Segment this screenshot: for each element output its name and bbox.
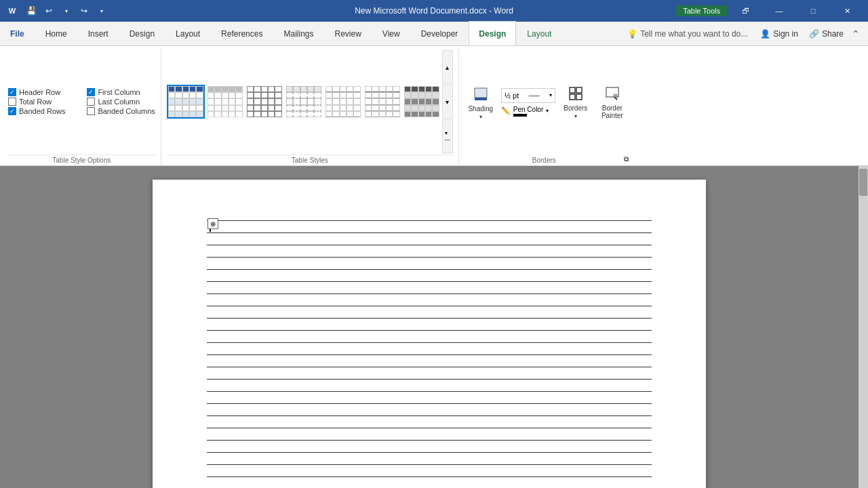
pen-color-label-area: Pen Color xyxy=(513,106,543,117)
border-painter-button[interactable]: BorderPainter xyxy=(596,83,629,121)
tab-references[interactable]: References xyxy=(211,21,273,45)
table-tools-badge: Table Tools xyxy=(676,5,727,16)
gallery-scroll-up[interactable]: ▴ xyxy=(442,50,453,84)
table-cell[interactable] xyxy=(207,441,652,453)
tell-me-box[interactable]: 💡 Tell me what you want to do... xyxy=(620,26,755,42)
close-button[interactable]: ✕ xyxy=(831,0,863,22)
table-cell[interactable] xyxy=(207,258,652,270)
gallery-more-button[interactable]: ▾— xyxy=(442,119,453,153)
table-row xyxy=(207,294,652,306)
undo-dropdown-button[interactable]: ▾ xyxy=(58,3,75,19)
table-row xyxy=(207,245,652,258)
tab-review[interactable]: Review xyxy=(324,21,371,45)
save-qat-button[interactable]: 💾 xyxy=(23,3,39,19)
table-style-1[interactable] xyxy=(167,85,205,119)
sign-in-button[interactable]: 👤 Sign in xyxy=(755,26,804,41)
tab-developer[interactable]: Developer xyxy=(411,21,469,45)
vertical-scrollbar[interactable] xyxy=(859,166,868,488)
table-cell[interactable] xyxy=(207,416,652,428)
tab-layout[interactable]: Layout xyxy=(165,21,210,45)
table-cell[interactable] xyxy=(207,306,652,319)
tab-insert[interactable]: Insert xyxy=(78,21,119,45)
table-cell[interactable] xyxy=(207,319,652,331)
table-cell[interactable] xyxy=(207,282,652,294)
customize-qat-button[interactable]: ▾ xyxy=(94,3,110,19)
table-style-2[interactable] xyxy=(206,85,244,119)
restore-window-button[interactable]: 🗗 xyxy=(730,0,761,22)
header-row-label: Header Row xyxy=(19,88,60,96)
document-container[interactable]: ⊕ xyxy=(0,166,859,488)
table-cell[interactable] xyxy=(207,331,652,343)
ribbon: File Home Insert Design Layout Reference… xyxy=(0,22,868,166)
table-cell[interactable] xyxy=(207,465,652,477)
table-style-7[interactable] xyxy=(403,85,441,119)
banded-columns-checkbox[interactable] xyxy=(87,107,95,115)
table-style-4[interactable] xyxy=(285,85,323,119)
header-row-option[interactable]: Header Row xyxy=(8,88,76,96)
document-table[interactable] xyxy=(207,220,652,488)
table-move-handle[interactable]: ⊕ xyxy=(208,218,218,229)
table-row xyxy=(207,404,652,416)
table-style-6[interactable] xyxy=(363,85,401,119)
table-cell[interactable] xyxy=(207,453,652,465)
table-cell[interactable] xyxy=(207,428,652,441)
table-cell[interactable] xyxy=(207,404,652,416)
minimize-button[interactable]: — xyxy=(764,0,795,22)
table-style-5[interactable] xyxy=(324,85,362,119)
share-icon: 🔗 xyxy=(809,29,819,39)
last-column-checkbox[interactable] xyxy=(87,98,95,106)
border-width-value: ½ pt xyxy=(505,92,519,100)
table-cell[interactable] xyxy=(207,392,652,404)
shading-button[interactable]: Shading ▾ xyxy=(465,82,497,123)
table-row xyxy=(207,441,652,453)
tab-file[interactable]: File xyxy=(0,21,35,45)
window-controls: Table Tools 🗗 — □ ✕ xyxy=(676,0,863,22)
quick-access-toolbar: 💾 ↩ ▾ ↪ ▾ xyxy=(23,3,110,19)
redo-button[interactable]: ↪ xyxy=(76,3,92,19)
table-row xyxy=(207,453,652,465)
pen-icon: ✏️ xyxy=(501,106,511,115)
maximize-button[interactable]: □ xyxy=(797,0,829,22)
table-cell[interactable] xyxy=(207,477,652,489)
border-width-dropdown[interactable]: ½ pt — ▾ xyxy=(501,88,555,103)
tab-table-design[interactable]: Design xyxy=(469,21,516,45)
banded-rows-checkbox[interactable] xyxy=(8,107,16,115)
gallery-scroll-down[interactable]: ▾ xyxy=(442,85,453,119)
borders-expand-icon[interactable]: ⧉ xyxy=(624,155,629,165)
tab-view[interactable]: View xyxy=(372,21,410,45)
table-row xyxy=(207,331,652,343)
scroll-thumb[interactable] xyxy=(859,169,867,196)
first-column-checkbox[interactable] xyxy=(87,88,95,96)
banded-rows-label: Banded Rows xyxy=(19,107,66,115)
table-cell[interactable] xyxy=(207,367,652,380)
table-cell[interactable] xyxy=(207,270,652,282)
svg-rect-3 xyxy=(576,87,582,93)
table-cell[interactable] xyxy=(207,245,652,258)
banded-columns-option[interactable]: Banded Columns xyxy=(87,107,155,115)
table-style-3[interactable] xyxy=(245,85,283,119)
total-row-option[interactable]: Total Row xyxy=(8,98,76,106)
undo-button[interactable]: ↩ xyxy=(41,3,57,19)
pen-color-button[interactable]: ✏️ Pen Color ▾ xyxy=(501,106,549,117)
table-cell[interactable] xyxy=(207,294,652,306)
table-cell[interactable] xyxy=(207,355,652,367)
tab-table-layout[interactable]: Layout xyxy=(517,21,561,45)
pen-color-chevron: ▾ xyxy=(546,108,549,114)
table-cell[interactable] xyxy=(207,221,652,233)
last-column-option[interactable]: Last Column xyxy=(87,98,155,106)
table-cell[interactable] xyxy=(207,380,652,392)
table-cell[interactable] xyxy=(207,233,652,245)
tab-design[interactable]: Design xyxy=(119,21,165,45)
borders-button[interactable]: Borders ▾ xyxy=(559,83,592,121)
total-row-checkbox[interactable] xyxy=(8,98,16,106)
document-area: ⊕ xyxy=(0,166,868,488)
collapse-ribbon-button[interactable]: ⌃ xyxy=(849,27,863,41)
share-button[interactable]: 🔗 Share xyxy=(804,26,849,41)
tab-mailings[interactable]: Mailings xyxy=(273,21,323,45)
table-cell[interactable] xyxy=(207,343,652,355)
tab-home[interactable]: Home xyxy=(35,21,77,45)
first-column-option[interactable]: First Column xyxy=(87,88,155,96)
banded-rows-option[interactable]: Banded Rows xyxy=(8,107,76,115)
header-row-checkbox[interactable] xyxy=(8,88,16,96)
last-column-label: Last Column xyxy=(98,98,140,106)
